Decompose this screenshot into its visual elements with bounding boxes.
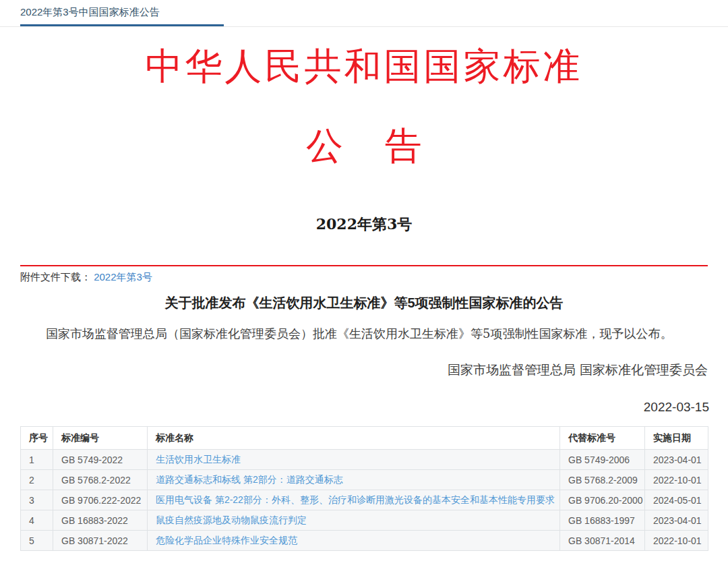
column-header-standard-code: 标准编号 [53, 427, 148, 450]
column-header-row-index: 序号 [21, 427, 53, 450]
table-row: 4GB 16883-2022鼠疫自然疫源地及动物鼠疫流行判定GB 16883-1… [21, 510, 708, 531]
attachment-label: 附件文件下载： [20, 271, 91, 283]
replaced-standard: GB 5749-2006 [560, 450, 645, 470]
column-header-replaced-standard: 代替标准号 [560, 427, 645, 450]
row-index: 3 [21, 490, 53, 510]
table-header-row: 序号标准编号标准名称代替标准号实施日期 [21, 427, 708, 450]
document-title: 中华人民共和国国家标准 [0, 42, 728, 92]
tab-bar: 2022年第3号中国国家标准公告 [0, 0, 728, 27]
standard-name-link[interactable]: 道路交通标志和标线 第2部分：道路交通标志 [156, 474, 343, 485]
subtitle-char-gao: 告 [385, 121, 422, 171]
tab-announcement-2022-no3[interactable]: 2022年第3号中国国家标准公告 [20, 6, 224, 26]
row-index: 2 [21, 470, 53, 490]
effective-date: 2024-05-01 [645, 490, 708, 510]
attachment-line: 附件文件下载： 2022年第3号 [20, 271, 728, 284]
standards-table: 序号标准编号标准名称代替标准号实施日期 1GB 5749-2022生活饮用水卫生… [20, 426, 708, 551]
standard-name-link[interactable]: 鼠疫自然疫源地及动物鼠疫流行判定 [156, 514, 307, 525]
standard-name-link[interactable]: 危险化学品企业特殊作业安全规范 [156, 535, 297, 546]
effective-date: 2022-10-01 [645, 531, 708, 551]
row-index: 1 [21, 450, 53, 470]
effective-date: 2023-04-01 [645, 510, 708, 531]
standard-name-cell: 鼠疫自然疫源地及动物鼠疫流行判定 [148, 510, 560, 531]
issue-number: 2022年第3号 [0, 214, 728, 235]
column-header-effective-date: 实施日期 [645, 427, 708, 450]
issuing-authorities: 国家市场监督管理总局 国家标准化管理委员会 [0, 361, 708, 379]
notice-body: 国家市场监督管理总局（国家标准化管理委员会）批准《生活饮用水卫生标准》等5项强制… [22, 326, 706, 342]
table-row: 3GB 9706.222-2022医用电气设备 第2-22部分：外科、整形、治疗… [21, 490, 708, 510]
standard-code: GB 9706.222-2022 [53, 490, 148, 510]
standard-code: GB 30871-2022 [53, 531, 148, 551]
attachment-download-link[interactable]: 2022年第3号 [94, 271, 152, 283]
standard-name-cell: 危险化学品企业特殊作业安全规范 [148, 531, 560, 551]
replaced-standard: GB 9706.20-2000 [560, 490, 645, 510]
column-header-standard-name: 标准名称 [148, 427, 560, 450]
table-row: 5GB 30871-2022危险化学品企业特殊作业安全规范GB 30871-20… [21, 531, 708, 551]
standard-code: GB 5768.2-2022 [53, 470, 148, 490]
standard-name-cell: 医用电气设备 第2-22部分：外科、整形、治疗和诊断用激光设备的基本安全和基本性… [148, 490, 560, 510]
replaced-standard: GB 16883-1997 [560, 510, 645, 531]
replaced-standard: GB 5768.2-2009 [560, 470, 645, 490]
standard-name-link[interactable]: 医用电气设备 第2-22部分：外科、整形、治疗和诊断用激光设备的基本安全和基本性… [156, 494, 555, 505]
effective-date: 2023-04-01 [645, 450, 708, 470]
standard-code: GB 16883-2022 [53, 510, 148, 531]
standard-name-cell: 生活饮用水卫生标准 [148, 450, 560, 470]
standard-name-link[interactable]: 生活饮用水卫生标准 [156, 454, 241, 465]
standard-code: GB 5749-2022 [53, 450, 148, 470]
standard-name-cell: 道路交通标志和标线 第2部分：道路交通标志 [148, 470, 560, 490]
replaced-standard: GB 30871-2014 [560, 531, 645, 551]
table-row: 1GB 5749-2022生活饮用水卫生标准GB 5749-20062023-0… [21, 450, 708, 470]
row-index: 4 [21, 510, 53, 531]
document-subtitle: 公 告 [0, 121, 728, 171]
red-divider [20, 265, 708, 266]
notice-heading: 关于批准发布《生活饮用水卫生标准》等5项强制性国家标准的公告 [0, 294, 728, 312]
subtitle-char-gong: 公 [306, 121, 343, 171]
publish-date: 2022-03-15 [0, 400, 709, 415]
table-row: 2GB 5768.2-2022道路交通标志和标线 第2部分：道路交通标志GB 5… [21, 470, 708, 490]
row-index: 5 [21, 531, 53, 551]
effective-date: 2022-10-01 [645, 470, 708, 490]
